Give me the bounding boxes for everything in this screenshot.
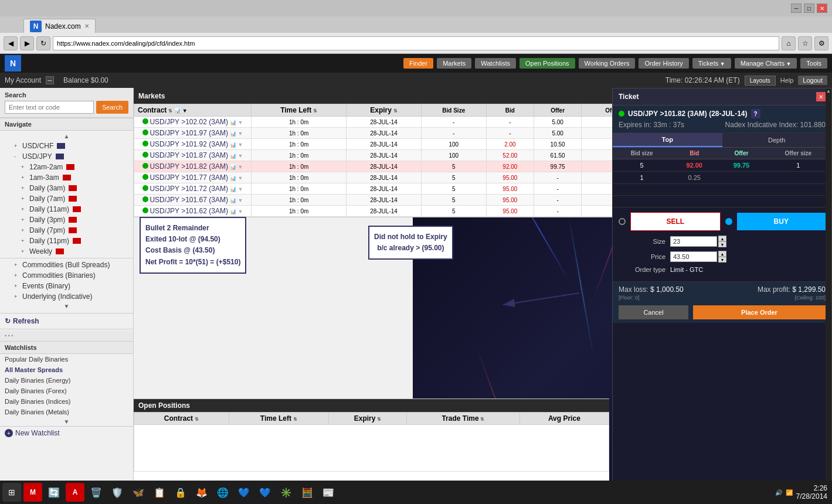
watchlist-forex[interactable]: Daily Binaries (Forex) bbox=[0, 386, 133, 396]
order-history-button[interactable]: Order History bbox=[639, 58, 688, 69]
ticket-close-button[interactable]: ✕ bbox=[816, 92, 826, 101]
sidebar-item-12am[interactable]: + 12am-2am bbox=[0, 162, 133, 172]
dropdown-icon[interactable]: ▼ bbox=[237, 209, 243, 214]
taskbar-icon-14[interactable]: 🧮 bbox=[298, 483, 317, 502]
watchlist-indices[interactable]: Daily Binaries (Indices) bbox=[0, 396, 133, 407]
sidebar-item-commodities-bin[interactable]: + Commodities (Binaries) bbox=[0, 270, 133, 281]
watchlist-energy[interactable]: Daily Binaries (Energy) bbox=[0, 375, 133, 386]
taskbar-icon-10[interactable]: 🌐 bbox=[213, 483, 232, 502]
contract-cell[interactable]: USD/JPY >101.67 (3AM) 📊 ▼ bbox=[134, 195, 252, 206]
taskbar-icon-5[interactable]: 🛡️ bbox=[108, 483, 127, 502]
sidebar-item-daily7am[interactable]: + Daily (7am) bbox=[0, 193, 133, 204]
minimize-button[interactable]: ─ bbox=[791, 4, 802, 13]
sidebar-item-usdjpy[interactable]: - USD/JPY bbox=[0, 151, 133, 162]
price-down-button[interactable]: ▼ bbox=[718, 257, 726, 263]
chart-icon[interactable]: 📊 bbox=[230, 164, 236, 170]
size-up-button[interactable]: ▲ bbox=[718, 236, 726, 241]
col-expiry[interactable]: Expiry ⇅ bbox=[347, 104, 422, 117]
col-bid[interactable]: Bid bbox=[486, 104, 534, 117]
sidebar-item-weekly[interactable]: + Weekly bbox=[0, 246, 133, 257]
sell-radio[interactable] bbox=[619, 218, 626, 225]
close-window-button[interactable]: ✕ bbox=[817, 4, 827, 13]
sidebar-item-usdchf[interactable]: + USD/CHF bbox=[0, 141, 133, 151]
watchlist-scroll-down[interactable]: ▼ bbox=[0, 417, 133, 426]
sidebar-item-daily3pm[interactable]: + Daily (3pm) bbox=[0, 214, 133, 225]
openpos-col-avg-price[interactable]: Avg Price bbox=[519, 413, 609, 425]
sell-button[interactable]: SELL bbox=[630, 212, 721, 231]
buy-button[interactable]: BUY bbox=[737, 213, 826, 230]
openpos-col-expiry[interactable]: Expiry ⇅ bbox=[328, 413, 406, 425]
tickets-button[interactable]: Tickets bbox=[692, 58, 731, 69]
chart-icon[interactable]: 📊 bbox=[230, 175, 236, 181]
open-positions-button[interactable]: Open Positions bbox=[519, 58, 575, 69]
dropdown-icon[interactable]: ▼ bbox=[237, 186, 243, 192]
openpos-col-trade-time[interactable]: Trade Time ⇅ bbox=[407, 413, 520, 425]
chart-icon[interactable]: 📊 bbox=[230, 142, 236, 148]
taskbar-icon-4[interactable]: 🗑️ bbox=[87, 483, 106, 502]
taskbar-icon-8[interactable]: 🔒 bbox=[171, 483, 190, 502]
settings-button[interactable]: ⚙ bbox=[814, 36, 828, 50]
browser-tab[interactable]: N Nadex.com ✕ bbox=[23, 19, 96, 33]
taskbar-icon-15[interactable]: 📰 bbox=[319, 483, 338, 502]
scrollbar[interactable]: ▲ ▼ bbox=[826, 88, 831, 503]
size-down-button[interactable]: ▼ bbox=[718, 241, 726, 247]
dropdown-icon[interactable]: ▼ bbox=[237, 131, 243, 137]
sidebar-item-events-bin[interactable]: + Events (Binary) bbox=[0, 281, 133, 291]
contract-cell[interactable]: USD/JPY >101.87 (3AM) 📊 ▼ bbox=[134, 150, 252, 161]
chart-icon[interactable]: 📊 bbox=[230, 120, 236, 125]
taskbar-icon-6[interactable]: 🦋 bbox=[129, 483, 148, 502]
sidebar-item-daily7pm[interactable]: + Daily (7pm) bbox=[0, 225, 133, 236]
watchlist-all-master[interactable]: All Master Spreads bbox=[0, 365, 133, 375]
cancel-button[interactable]: Cancel bbox=[619, 305, 688, 319]
refresh-nav-button[interactable]: ↻ bbox=[36, 36, 50, 50]
taskbar-icon-3[interactable]: A bbox=[66, 483, 84, 502]
refresh-button[interactable]: ↻ Refresh bbox=[0, 315, 133, 328]
sidebar-item-daily3am[interactable]: + Daily (3am) bbox=[0, 183, 133, 193]
scroll-up-button[interactable]: ▲ bbox=[0, 132, 133, 141]
contract-cell[interactable]: USD/JPY >101.92 (3AM) 📊 ▼ bbox=[134, 139, 252, 150]
watchlists-button[interactable]: Watchlists bbox=[475, 58, 516, 69]
tools-button[interactable]: Tools bbox=[800, 58, 827, 69]
chart-icon[interactable]: 📊 bbox=[230, 153, 236, 159]
taskbar-icon-1[interactable]: M bbox=[23, 483, 42, 502]
tab-top[interactable]: Top bbox=[613, 133, 722, 147]
dropdown-icon[interactable]: ▼ bbox=[237, 175, 243, 181]
col-offer[interactable]: Offer bbox=[534, 104, 582, 117]
col-time-left[interactable]: Time Left ⇅ bbox=[252, 104, 347, 117]
taskbar-icon-7[interactable]: 📋 bbox=[150, 483, 169, 502]
taskbar-icon-13[interactable]: ✳️ bbox=[277, 483, 296, 502]
contract-cell[interactable]: USD/JPY >101.97 (3AM) 📊 ▼ bbox=[134, 128, 252, 139]
scroll-up-arrow[interactable]: ▲ bbox=[826, 88, 831, 94]
buy-radio[interactable] bbox=[725, 218, 732, 225]
account-label[interactable]: My Account bbox=[5, 76, 41, 84]
contract-cell[interactable]: USD/JPY >101.82 (3AM) 📊 ▼ bbox=[134, 161, 252, 172]
manage-charts-button[interactable]: Manage Charts bbox=[735, 58, 797, 69]
new-watchlist-button[interactable]: + New Watchlist bbox=[0, 426, 133, 440]
search-button[interactable]: Search bbox=[96, 101, 128, 114]
openpos-col-time[interactable]: Time Left ⇅ bbox=[229, 413, 328, 425]
home-button[interactable]: ⌂ bbox=[782, 36, 796, 50]
help-button[interactable]: Help bbox=[780, 77, 794, 84]
maximize-button[interactable]: □ bbox=[804, 4, 814, 13]
working-orders-button[interactable]: Working Orders bbox=[579, 58, 636, 69]
contract-cell[interactable]: USD/JPY >101.72 (3AM) 📊 ▼ bbox=[134, 183, 252, 195]
price-up-button[interactable]: ▲ bbox=[718, 251, 726, 257]
sidebar-item-1am[interactable]: + 1am-3am bbox=[0, 172, 133, 183]
address-bar[interactable] bbox=[53, 36, 779, 50]
chart-icon[interactable]: 📊 bbox=[230, 186, 236, 192]
taskbar-icon-12[interactable]: 💙 bbox=[256, 483, 274, 502]
layouts-button[interactable]: Layouts bbox=[745, 76, 776, 86]
close-tab-button[interactable]: ✕ bbox=[84, 23, 89, 29]
col-bid-size[interactable]: Bid Size bbox=[421, 104, 486, 117]
logout-button[interactable]: Logout bbox=[798, 76, 827, 85]
sidebar-item-commodities-bull[interactable]: + Commodities (Bull Spreads) bbox=[0, 260, 133, 270]
contract-cell[interactable]: USD/JPY >102.02 (3AM) 📊 ▼ bbox=[134, 117, 252, 128]
back-button[interactable]: ◀ bbox=[4, 36, 18, 50]
forward-button[interactable]: ▶ bbox=[20, 36, 34, 50]
openpos-col-contract[interactable]: Contract ⇅ bbox=[134, 413, 229, 425]
place-order-button[interactable]: Place Order bbox=[693, 305, 826, 319]
dropdown-icon[interactable]: ▼ bbox=[237, 153, 243, 159]
dropdown-icon[interactable]: ▼ bbox=[237, 164, 243, 170]
taskbar-icon-9[interactable]: 🦊 bbox=[192, 483, 211, 502]
dropdown-icon[interactable]: ▼ bbox=[237, 142, 243, 148]
